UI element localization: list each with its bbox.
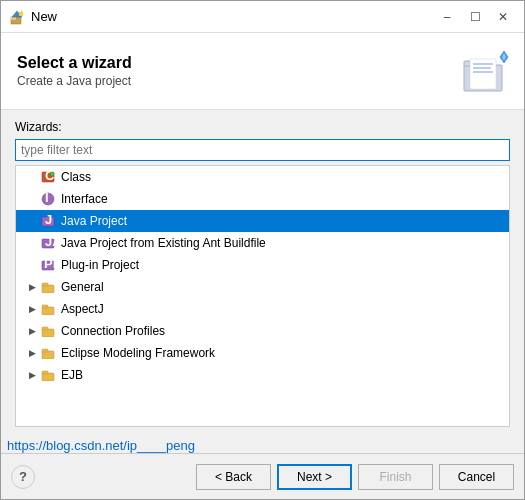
expand-arrow-ejb: ▶ [26, 369, 38, 381]
eclipse-modeling-label: Eclipse Modeling Framework [61, 346, 215, 360]
close-button[interactable]: ✕ [490, 6, 516, 28]
svg-rect-27 [42, 305, 48, 308]
list-item[interactable]: PI Plug-in Project [16, 254, 509, 276]
window-title: New [31, 9, 434, 24]
list-item[interactable]: C Class [16, 166, 509, 188]
aspectj-folder-icon [40, 301, 56, 317]
svg-rect-29 [42, 327, 48, 330]
svg-rect-9 [473, 67, 491, 69]
expand-arrow-general: ▶ [26, 281, 38, 293]
button-bar: ? < Back Next > Finish Cancel [1, 453, 524, 499]
java-project-icon: J [40, 213, 56, 229]
general-label: General [61, 280, 104, 294]
minimize-button[interactable]: – [434, 6, 460, 28]
connection-folder-icon [40, 323, 56, 339]
list-item[interactable]: JA Java Project from Existing Ant Buildf… [16, 232, 509, 254]
plugin-icon: PI [40, 257, 56, 273]
svg-text:PI: PI [44, 258, 55, 271]
wizards-label: Wizards: [15, 120, 510, 134]
ejb-folder-icon [40, 367, 56, 383]
svg-text:J: J [45, 214, 52, 227]
svg-rect-10 [473, 71, 493, 73]
list-item[interactable]: ▶ AspectJ [16, 298, 509, 320]
class-label: Class [61, 170, 91, 184]
svg-text:JA: JA [45, 236, 55, 249]
svg-rect-8 [473, 63, 493, 65]
list-item[interactable]: ▶ General [16, 276, 509, 298]
list-item[interactable]: ▶ Eclipse Modeling Framework [16, 342, 509, 364]
svg-marker-4 [21, 10, 23, 12]
java-project-label: Java Project [61, 214, 127, 228]
interface-icon: I [40, 191, 56, 207]
expand-arrow-aspectj: ▶ [26, 303, 38, 315]
header-text: Select a wizard Create a Java project [17, 54, 132, 88]
wizard-header-icon [460, 47, 508, 95]
title-bar: New – ☐ ✕ [1, 1, 524, 33]
list-item[interactable]: I Interface [16, 188, 509, 210]
wizard-title: Select a wizard [17, 54, 132, 72]
wizard-subtitle: Create a Java project [17, 74, 132, 88]
window-controls: – ☐ ✕ [434, 6, 516, 28]
list-item[interactable]: ▶ EJB [16, 364, 509, 386]
back-button[interactable]: < Back [196, 464, 271, 490]
list-item[interactable]: ▶ Connection Profiles [16, 320, 509, 342]
expand-arrow-eclipse: ▶ [26, 347, 38, 359]
svg-text:C: C [45, 170, 55, 183]
svg-text:I: I [45, 192, 49, 205]
connection-profiles-label: Connection Profiles [61, 324, 165, 338]
general-folder-icon [40, 279, 56, 295]
plugin-project-label: Plug-in Project [61, 258, 139, 272]
url-bar: https://blog.csdn.net/ip____peng [1, 437, 524, 453]
window-icon [9, 9, 25, 25]
interface-label: Interface [61, 192, 108, 206]
list-item[interactable]: J Java Project [16, 210, 509, 232]
svg-point-15 [50, 172, 54, 176]
class-icon: C [40, 169, 56, 185]
svg-rect-3 [19, 12, 23, 16]
svg-rect-1 [11, 17, 16, 20]
cancel-button[interactable]: Cancel [439, 464, 514, 490]
next-button[interactable]: Next > [277, 464, 352, 490]
ejb-label: EJB [61, 368, 83, 382]
header-section: Select a wizard Create a Java project [1, 33, 524, 110]
svg-rect-31 [42, 349, 48, 352]
expand-arrow-connection: ▶ [26, 325, 38, 337]
filter-input[interactable] [15, 139, 510, 161]
finish-button[interactable]: Finish [358, 464, 433, 490]
wizard-tree[interactable]: C Class I Interface [15, 165, 510, 427]
maximize-button[interactable]: ☐ [462, 6, 488, 28]
aspectj-label: AspectJ [61, 302, 104, 316]
new-wizard-window: New – ☐ ✕ Select a wizard Create a Java … [0, 0, 525, 500]
java-ant-label: Java Project from Existing Ant Buildfile [61, 236, 266, 250]
status-url: https://blog.csdn.net/ip____peng [7, 438, 195, 453]
content-section: Wizards: C Class I [1, 110, 524, 437]
help-button[interactable]: ? [11, 465, 35, 489]
eclipse-folder-icon [40, 345, 56, 361]
java-ant-icon: JA [40, 235, 56, 251]
svg-rect-25 [42, 283, 48, 286]
svg-rect-33 [42, 371, 48, 374]
